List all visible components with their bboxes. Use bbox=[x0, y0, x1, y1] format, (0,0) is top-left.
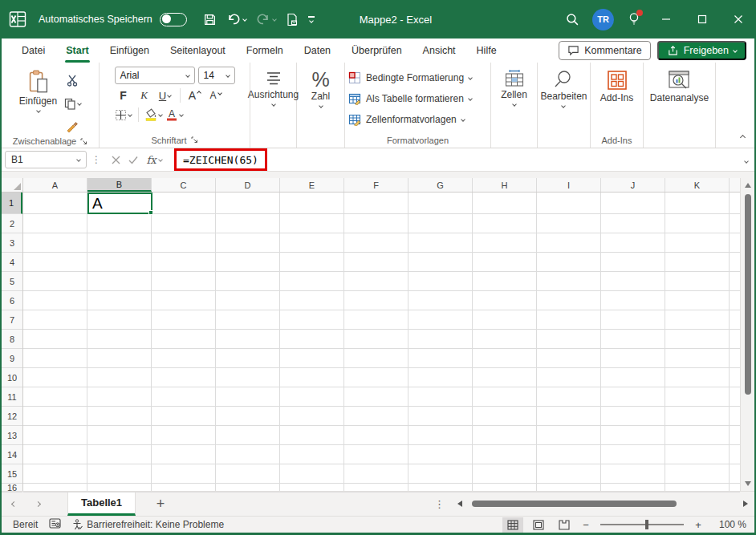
borders-button[interactable] bbox=[115, 107, 132, 123]
grid-row-8[interactable] bbox=[23, 330, 740, 349]
column-header-c[interactable]: C bbox=[152, 178, 216, 192]
zoom-slider[interactable] bbox=[600, 524, 684, 525]
grid-row-11[interactable] bbox=[23, 387, 740, 407]
grid-row-6[interactable] bbox=[23, 291, 740, 310]
grid-row-5[interactable] bbox=[23, 272, 740, 291]
autosave-toggle[interactable] bbox=[160, 13, 187, 26]
fill-color-dropdown-icon[interactable] bbox=[158, 112, 163, 117]
page-break-preview-button[interactable] bbox=[554, 517, 575, 533]
vertical-scroll-thumb[interactable] bbox=[745, 194, 751, 395]
excel-app-icon[interactable] bbox=[8, 10, 27, 29]
grid-row-14[interactable] bbox=[23, 445, 740, 464]
font-size-select[interactable]: 14 bbox=[198, 67, 235, 84]
paste-button[interactable]: Einfügen bbox=[19, 66, 57, 135]
undo-dropdown-icon[interactable] bbox=[242, 17, 247, 22]
row-header-7[interactable]: 7 bbox=[2, 310, 22, 330]
fill-color-button[interactable] bbox=[144, 107, 162, 123]
tab-daten[interactable]: Daten bbox=[294, 39, 341, 63]
expand-formula-bar-icon[interactable] bbox=[745, 154, 748, 165]
row-header-12[interactable]: 12 bbox=[2, 407, 22, 426]
enter-icon[interactable] bbox=[124, 151, 142, 168]
editing-button[interactable]: Bearbeiten bbox=[540, 66, 587, 132]
row-header-11[interactable]: 11 bbox=[2, 387, 22, 407]
search-icon[interactable] bbox=[559, 0, 586, 39]
column-header-i[interactable]: I bbox=[537, 178, 601, 192]
grid-row-4[interactable] bbox=[23, 253, 740, 272]
grid-row-9[interactable] bbox=[23, 349, 740, 368]
alignment-button[interactable]: Ausrichtung bbox=[248, 66, 299, 132]
save-button[interactable] bbox=[200, 9, 220, 30]
previous-sheet-icon[interactable] bbox=[2, 502, 26, 506]
zoom-level[interactable]: 100 % bbox=[709, 519, 746, 530]
font-dialog-launcher-icon[interactable] bbox=[191, 136, 198, 144]
undo-button[interactable] bbox=[223, 9, 250, 30]
sheet-tab-tabelle1[interactable]: Tabelle1 bbox=[67, 492, 136, 516]
row-header-9[interactable]: 9 bbox=[2, 349, 22, 368]
copy-dropdown-icon[interactable] bbox=[77, 101, 82, 106]
row-header-3[interactable]: 3 bbox=[2, 233, 22, 253]
column-header-e[interactable]: E bbox=[280, 178, 344, 192]
scroll-right-icon[interactable] bbox=[743, 501, 748, 507]
page-layout-view-button[interactable] bbox=[528, 517, 549, 533]
cells-button[interactable]: Zellen bbox=[501, 66, 527, 132]
column-header-k[interactable]: K bbox=[665, 178, 730, 192]
share-document-icon[interactable] bbox=[282, 9, 302, 30]
horizontal-scrollbar[interactable] bbox=[470, 500, 735, 508]
name-box[interactable]: B1 bbox=[5, 151, 87, 168]
alignment-dropdown-icon[interactable] bbox=[271, 102, 276, 107]
row-header-4[interactable]: 4 bbox=[2, 253, 22, 272]
cells-area[interactable]: A bbox=[23, 193, 740, 491]
grid-row-16[interactable] bbox=[23, 484, 740, 492]
active-cell-b1[interactable]: A bbox=[87, 193, 152, 214]
tab-datei[interactable]: Datei bbox=[11, 39, 55, 63]
cancel-icon[interactable] bbox=[107, 151, 124, 168]
bold-button[interactable]: F bbox=[115, 87, 132, 103]
customize-qat-icon[interactable] bbox=[305, 9, 318, 30]
grid-row-7[interactable] bbox=[23, 310, 740, 330]
fill-handle[interactable] bbox=[148, 210, 153, 215]
scroll-down-icon[interactable] bbox=[745, 481, 751, 486]
paste-dropdown-icon[interactable] bbox=[36, 108, 41, 113]
decrease-font-button[interactable]: A bbox=[207, 87, 225, 103]
borders-dropdown-icon[interactable] bbox=[128, 112, 132, 117]
zoom-slider-handle[interactable] bbox=[645, 520, 648, 529]
close-button[interactable] bbox=[720, 0, 756, 39]
zoom-out-button[interactable]: − bbox=[579, 519, 592, 531]
row-header-5[interactable]: 5 bbox=[2, 272, 22, 291]
whats-new-lightbulb-icon[interactable] bbox=[620, 0, 648, 39]
row-header-1[interactable]: 1 bbox=[2, 193, 22, 214]
column-header-f[interactable]: F bbox=[344, 178, 408, 192]
select-all-corner[interactable] bbox=[2, 178, 23, 192]
addins-button[interactable]: Add-Ins bbox=[600, 66, 634, 132]
font-color-button[interactable]: A bbox=[165, 107, 183, 123]
tab-start[interactable]: Start bbox=[55, 39, 99, 63]
comments-button[interactable]: Kommentare bbox=[559, 41, 651, 60]
row-header-14[interactable]: 14 bbox=[2, 445, 22, 464]
horizontal-scroll-thumb[interactable] bbox=[472, 501, 677, 507]
tab-einfügen[interactable]: Einfügen bbox=[100, 39, 160, 63]
maximize-button[interactable] bbox=[684, 0, 720, 39]
clipboard-dialog-launcher-icon[interactable] bbox=[80, 138, 87, 145]
user-avatar[interactable]: TR bbox=[592, 9, 614, 30]
insert-function-button[interactable]: fx bbox=[142, 151, 166, 168]
scroll-up-icon[interactable] bbox=[745, 183, 751, 188]
redo-button[interactable] bbox=[253, 9, 279, 30]
macro-record-icon[interactable] bbox=[49, 518, 61, 531]
number-format-button[interactable]: % Zahl bbox=[311, 66, 330, 132]
tab-ansicht[interactable]: Ansicht bbox=[413, 39, 466, 63]
cells-dropdown-icon[interactable] bbox=[512, 102, 517, 107]
number-dropdown-icon[interactable] bbox=[319, 103, 323, 108]
tab-seitenlayout[interactable]: Seitenlayout bbox=[160, 39, 236, 63]
tab-formeln[interactable]: Formeln bbox=[236, 39, 294, 63]
column-header-g[interactable]: G bbox=[408, 178, 473, 192]
conditional-formatting-button[interactable]: Bedingte Formatierung bbox=[345, 69, 490, 87]
vertical-scrollbar[interactable] bbox=[740, 178, 754, 491]
row-header-16[interactable]: 16 bbox=[2, 484, 22, 492]
minimize-button[interactable] bbox=[648, 0, 684, 39]
normal-view-button[interactable] bbox=[502, 517, 523, 533]
next-sheet-icon[interactable] bbox=[26, 502, 50, 506]
autosave-control[interactable]: Automatisches Speichern bbox=[39, 13, 187, 26]
format-as-table-button[interactable]: Als Tabelle formatieren bbox=[345, 90, 490, 107]
scrollbar-resize-handle[interactable]: ⋮ bbox=[434, 498, 445, 510]
column-header-j[interactable]: J bbox=[601, 178, 665, 192]
